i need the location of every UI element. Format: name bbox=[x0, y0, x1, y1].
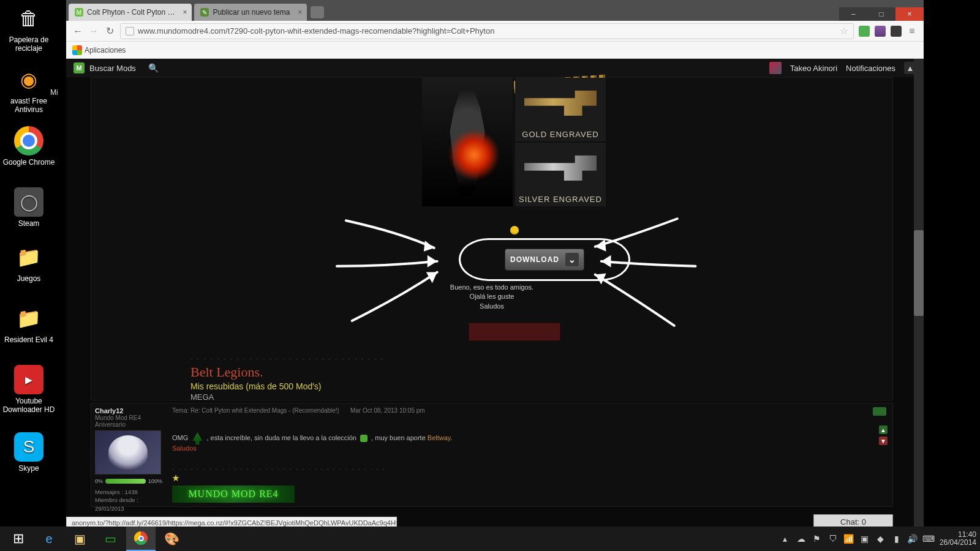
tray-up-icon[interactable]: ▴ bbox=[780, 534, 790, 544]
downvote-button[interactable]: ▼ bbox=[879, 437, 888, 445]
tray-cloud-icon[interactable]: ☁ bbox=[796, 534, 806, 544]
start-button[interactable]: ⊞ bbox=[4, 527, 33, 551]
desktop-icon-chrome[interactable]: Google Chrome bbox=[1, 126, 56, 167]
reply-post: Charly12 Mundo Mod RE4 Aniversario 0% 10… bbox=[91, 403, 893, 507]
progress-left: 0% bbox=[95, 478, 103, 484]
reply-saludos: Saludos bbox=[172, 444, 886, 452]
icon-label: Skype bbox=[1, 464, 56, 473]
sig-title-link[interactable]: Belt Legions. bbox=[190, 364, 385, 380]
sig-subtitle-link[interactable]: Mis resubidas (más de 500 Mod's) bbox=[190, 381, 385, 391]
bookmark-star-icon[interactable]: ☆ bbox=[840, 25, 848, 37]
search-mods-link[interactable]: Buscar Mods bbox=[89, 64, 136, 73]
gun-gold-label: GOLD ENGRAVED bbox=[522, 127, 598, 141]
tray-wifi-icon[interactable]: ▮ bbox=[892, 534, 902, 544]
forum-content: GOLD ENGRAVED SILVER ENGRAVED DOWNLOAD ⌄ bbox=[91, 77, 893, 529]
address-bar[interactable]: www.mundomodre4.com/t7290-colt-pyton-whi… bbox=[120, 23, 854, 39]
svg-marker-0 bbox=[424, 241, 434, 252]
progress-bar bbox=[105, 479, 146, 484]
desktop-icon-recycle-bin[interactable]: 🗑 Papelera dereciclaje bbox=[1, 4, 56, 53]
sig-mega-link[interactable]: MEGA bbox=[190, 392, 385, 402]
maximize-button[interactable]: □ bbox=[867, 7, 895, 21]
reply-topic: Tema: Re: Colt Pyton whit Extended Mags … bbox=[172, 407, 339, 414]
desktop-icon-ytdl[interactable]: ▸ YoutubeDownloader HD bbox=[1, 365, 56, 414]
tab-close-icon[interactable]: × bbox=[298, 8, 302, 17]
reply-username-link[interactable]: Charly12 bbox=[95, 407, 162, 414]
taskbar-ie[interactable]: e bbox=[34, 527, 64, 551]
menu-button[interactable]: ≡ bbox=[907, 26, 918, 37]
search-icon[interactable]: 🔍 bbox=[148, 63, 159, 73]
tray-flag-icon[interactable]: ⚑ bbox=[812, 534, 822, 544]
bookmarks-bar: Aplicaciones bbox=[66, 42, 924, 59]
site-logo-icon[interactable]: M bbox=[74, 62, 85, 73]
minimize-button[interactable]: – bbox=[839, 7, 867, 21]
browser-tab-inactive[interactable]: ✎ Publicar un nuevo tema × bbox=[194, 4, 307, 21]
svg-marker-1 bbox=[428, 255, 437, 268]
site-info-icon[interactable] bbox=[126, 27, 134, 36]
nav-bar: ← → ↻ www.mundomodre4.com/t7290-colt-pyt… bbox=[66, 21, 924, 42]
icon-label: Papelera dereciclaje bbox=[1, 36, 56, 53]
scrollbar-track[interactable] bbox=[914, 59, 924, 529]
recycle-bin-icon: 🗑 bbox=[14, 4, 43, 33]
reload-button[interactable]: ↻ bbox=[104, 26, 115, 37]
reply-period: . bbox=[451, 434, 453, 441]
upvote-button[interactable]: ▲ bbox=[879, 425, 888, 434]
notifications-link[interactable]: Notificaciones bbox=[846, 64, 895, 73]
taskbar-clock[interactable]: 11:40 26/04/2014 bbox=[940, 531, 976, 547]
tray-shield-icon[interactable]: ⛉ bbox=[828, 534, 838, 544]
taskbar-chrome[interactable] bbox=[126, 527, 156, 551]
party-emoji-icon bbox=[192, 432, 202, 444]
icon-label: Resident Evil 4 bbox=[1, 335, 56, 344]
reply-stats: Mensajes : 1438 Miembro desde : 29/01/20… bbox=[95, 488, 162, 512]
reply-avatar-image[interactable] bbox=[95, 430, 161, 474]
tray-lang-icon[interactable]: ⌨ bbox=[924, 534, 933, 544]
tray-volume-icon[interactable]: 🔊 bbox=[908, 534, 918, 544]
star-icon bbox=[172, 474, 179, 482]
window-controls: – □ × bbox=[839, 7, 924, 21]
extension-icon[interactable] bbox=[891, 26, 902, 37]
scrollbar-thumb[interactable] bbox=[914, 230, 924, 316]
extension-icon[interactable] bbox=[859, 26, 870, 37]
online-badge-icon bbox=[873, 407, 886, 416]
bookmark-apps[interactable]: Aplicaciones bbox=[72, 45, 126, 55]
reply-date: Mar Oct 08, 2013 10:05 pm bbox=[350, 407, 425, 414]
tray-cube-icon[interactable]: ▣ bbox=[860, 534, 870, 544]
reply-end: , muy buen aporte bbox=[371, 434, 428, 441]
forward-button[interactable]: → bbox=[88, 26, 99, 37]
icon-label: avast! FreeAntivirus bbox=[1, 97, 56, 114]
desktop-icon-skype[interactable]: S Skype bbox=[1, 432, 56, 473]
browser-window: M Colt Phyton - Colt Pyton … × ✎ Publica… bbox=[66, 0, 924, 529]
desktop-icon-avast[interactable]: ◉ avast! FreeAntivirus bbox=[1, 65, 56, 114]
bookmark-label: Aplicaciones bbox=[85, 46, 126, 54]
post-closing-text: Bueno, eso es todo amigos. Ojalá les gus… bbox=[91, 283, 892, 311]
folder-icon: 📁 bbox=[14, 242, 43, 272]
reply-progress: 0% 100% bbox=[95, 478, 162, 484]
chrome-icon bbox=[14, 126, 43, 156]
user-avatar-icon[interactable] bbox=[769, 62, 782, 74]
back-button[interactable]: ← bbox=[72, 26, 83, 37]
steam-icon: ◯ bbox=[14, 187, 43, 217]
username-link[interactable]: Takeo Akinori bbox=[790, 64, 837, 73]
tab-close-icon[interactable]: × bbox=[183, 8, 187, 17]
tab-favicon-icon: M bbox=[75, 8, 83, 17]
icon-label: Juegos bbox=[1, 274, 56, 283]
system-tray: ▴ ☁ ⚑ ⛉ 📶 ▣ ◆ ▮ 🔊 ⌨ 11:40 26/04/2014 bbox=[780, 531, 976, 547]
reply-sig-divider: - - - - - - - - - - - - - - - - - - - - … bbox=[172, 465, 886, 472]
reply-omg: OMG bbox=[172, 434, 188, 441]
desktop-icon-folder-juegos[interactable]: 📁 Juegos bbox=[1, 242, 56, 283]
tray-app-icon[interactable]: ◆ bbox=[876, 534, 886, 544]
close-window-button[interactable]: × bbox=[895, 7, 924, 21]
taskbar-paint[interactable]: 🎨 bbox=[157, 527, 186, 551]
desktop-icon-steam[interactable]: ◯ Steam bbox=[1, 187, 56, 228]
reply-body: ▲ ▼ Tema: Re: Colt Pyton whit Extended M… bbox=[166, 403, 892, 506]
taskbar-store[interactable]: ▭ bbox=[96, 527, 125, 551]
new-tab-button[interactable] bbox=[311, 6, 324, 18]
desktop-icon-folder-re4[interactable]: 📁 Resident Evil 4 bbox=[1, 304, 56, 344]
browser-tab-active[interactable]: M Colt Phyton - Colt Pyton … × bbox=[69, 4, 192, 21]
icon-label: YoutubeDownloader HD bbox=[1, 397, 56, 414]
member-since: Miembro desde : 29/01/2013 bbox=[95, 496, 162, 512]
taskbar-explorer[interactable]: ▣ bbox=[65, 527, 94, 551]
avast-icon: ◉ bbox=[14, 65, 43, 94]
tray-network-icon[interactable]: 📶 bbox=[844, 534, 854, 544]
extension-icon[interactable] bbox=[875, 26, 886, 37]
beltway-link[interactable]: Beltway bbox=[428, 434, 451, 441]
